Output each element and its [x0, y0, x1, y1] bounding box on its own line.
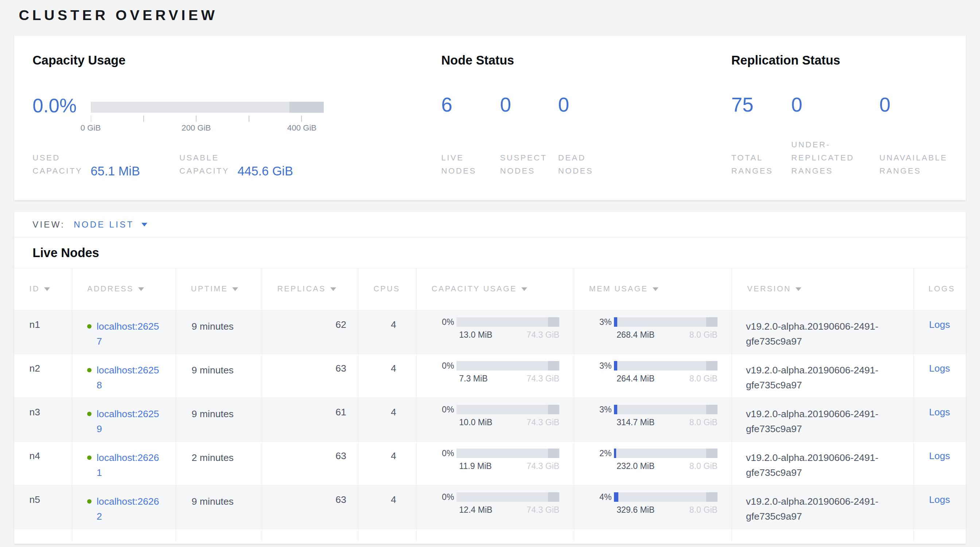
capacity-usage-bar-tail	[548, 405, 559, 414]
view-bar: VIEW: NODE LIST	[14, 212, 966, 237]
total-ranges-count: 75	[731, 93, 754, 116]
mem-usage-bar	[614, 405, 718, 414]
node-cpus-cell: 4	[358, 398, 416, 441]
replication-status-title: Replication Status	[731, 53, 840, 67]
capacity-usage-bar-tail	[548, 448, 559, 458]
capacity-usage-cell: 0%7.3 MiB74.3 GiB	[416, 354, 574, 398]
capacity-used-value: 13.0 MiB	[459, 330, 492, 340]
mem-total-value: 8.0 GiB	[689, 461, 718, 471]
capacity-total-value: 74.3 GiB	[527, 330, 559, 340]
column-header-mem-usage[interactable]: MEM USAGE	[574, 269, 732, 310]
logs-link[interactable]: Logs	[929, 450, 950, 461]
capacity-usage-percent: 0%	[432, 405, 457, 415]
mem-used-value: 264.4 MiB	[617, 374, 654, 384]
column-header-id[interactable]: ID	[14, 269, 72, 310]
under-replicated-count: 0	[791, 93, 802, 116]
capacity-usage-bar-tail	[548, 361, 559, 370]
axis-tick-label: 400 GiB	[287, 123, 317, 133]
node-uptime-cell: 9 minutes	[176, 485, 262, 529]
mem-total-value: 8.0 GiB	[689, 505, 718, 515]
node-address-link[interactable]: localhost:26257	[97, 319, 163, 349]
mem-usage-bar-tail	[706, 448, 718, 458]
node-id-cell: n4	[14, 442, 72, 485]
sort-caret-icon	[795, 287, 801, 291]
node-address-cell: localhost:26257	[72, 310, 176, 354]
sort-caret-icon	[330, 287, 336, 291]
column-header-logs: LOGS	[913, 269, 966, 310]
capacity-usage-cell: 0%11.9 MiB74.3 GiB	[416, 442, 574, 485]
mem-usage-percent: 4%	[589, 492, 614, 502]
node-logs-cell: Logs	[913, 354, 966, 398]
table-cell-empty	[358, 529, 416, 541]
node-logs-cell: Logs	[913, 442, 966, 485]
table-row-n3: n3localhost:262599 minutes6140%10.0 MiB7…	[14, 398, 966, 441]
node-replicas-cell: 63	[262, 485, 358, 529]
node-address-link[interactable]: localhost:26258	[97, 363, 163, 393]
view-selector[interactable]: NODE LIST	[74, 219, 134, 230]
sort-caret-icon	[652, 287, 659, 291]
usable-capacity-label: USABLE CAPACITY	[180, 151, 234, 178]
table-row-n5: n5localhost:262629 minutes6340%12.4 MiB7…	[14, 485, 966, 529]
mem-usage-percent: 2%	[589, 448, 614, 458]
node-version-cell: v19.2.0-alpha.20190606-2491-gfe735c9a97	[732, 354, 913, 398]
column-header-label: ADDRESS	[87, 285, 134, 294]
mem-usage-bar-fill	[614, 405, 617, 414]
capacity-usage-bar	[457, 317, 559, 327]
mem-used-value: 232.0 MiB	[617, 461, 654, 471]
cluster-overview-page: CLUSTER OVERVIEW Capacity Usage 0.0% 0 G…	[0, 0, 980, 547]
column-header-version[interactable]: VERSION	[732, 269, 913, 310]
column-header-uptime[interactable]: UPTIME	[176, 269, 262, 310]
mem-used-value: 314.7 MiB	[617, 418, 654, 428]
node-address-cell: localhost:26262	[72, 485, 176, 529]
node-replicas-cell: 62	[262, 310, 358, 354]
node-replicas: 61	[336, 407, 346, 418]
mem-total-value: 8.0 GiB	[689, 330, 718, 340]
node-cpus-cell: 4	[358, 310, 416, 354]
capacity-used-value: 10.0 MiB	[459, 418, 492, 428]
usable-capacity: USABLE CAPACITY 445.6 GiB	[180, 151, 293, 178]
logs-link[interactable]: Logs	[929, 363, 950, 374]
mem-used-value: 268.4 MiB	[617, 330, 654, 340]
column-header-capacity-usage[interactable]: CAPACITY USAGE	[416, 269, 574, 310]
node-id: n2	[30, 363, 40, 374]
logs-link[interactable]: Logs	[929, 407, 950, 418]
axis-tick-label: 200 GiB	[181, 123, 211, 133]
capacity-total-value: 74.3 GiB	[527, 374, 559, 384]
capacity-usage-panel: Capacity Usage 0.0% 0 GiB 200 GiB 400 Gi…	[32, 36, 426, 200]
usable-capacity-value: 445.6 GiB	[237, 164, 293, 178]
logs-link[interactable]: Logs	[929, 319, 950, 330]
node-version: v19.2.0-alpha.20190606-2491-gfe735c9a97	[746, 452, 878, 478]
node-cpus: 4	[391, 450, 396, 461]
column-header-address[interactable]: ADDRESS	[72, 269, 176, 310]
view-label: VIEW:	[32, 219, 65, 230]
node-address-link[interactable]: localhost:26261	[97, 450, 163, 480]
total-ranges-label: TOTAL RANGES	[731, 151, 784, 178]
chevron-down-icon[interactable]	[142, 223, 147, 226]
node-uptime: 9 minutes	[192, 496, 234, 507]
capacity-usage-bar-tail	[548, 492, 559, 502]
node-address-cell: localhost:26258	[72, 354, 176, 398]
table-row-n4: n4localhost:262612 minutes6340%11.9 MiB7…	[14, 441, 966, 485]
unavailable-label: UNAVAILABLE RANGES	[880, 151, 955, 178]
node-address-link[interactable]: localhost:26262	[97, 494, 163, 524]
table-cell-empty	[14, 529, 72, 541]
column-header-label: LOGS	[929, 285, 955, 294]
node-status-panel: Node Status 6 LIVE NODES 0 SUSPECT NODES…	[441, 36, 704, 200]
nodes-table-header: IDADDRESSUPTIMEREPLICASCPUSCAPACITY USAG…	[14, 268, 966, 310]
capacity-total-value: 74.3 GiB	[527, 418, 559, 428]
node-uptime: 9 minutes	[192, 365, 234, 375]
capacity-usage-cell: 0%13.0 MiB74.3 GiB	[416, 310, 574, 354]
capacity-total-value: 74.3 GiB	[527, 461, 559, 471]
logs-link[interactable]: Logs	[929, 494, 950, 505]
unavailable-count: 0	[880, 93, 891, 116]
column-header-replicas[interactable]: REPLICAS	[262, 269, 358, 310]
node-list-card: VIEW: NODE LIST Live Nodes IDADDRESSUPTI…	[14, 212, 966, 544]
node-logs-cell: Logs	[913, 398, 966, 441]
node-version-cell: v19.2.0-alpha.20190606-2491-gfe735c9a97	[732, 485, 913, 529]
node-uptime: 9 minutes	[192, 409, 234, 419]
capacity-usage-cell: 0%12.4 MiB74.3 GiB	[416, 485, 574, 529]
mem-usage-percent: 3%	[589, 405, 614, 415]
node-address-link[interactable]: localhost:26259	[97, 407, 163, 437]
table-cell-empty	[732, 529, 913, 541]
node-address-cell: localhost:26261	[72, 442, 176, 485]
